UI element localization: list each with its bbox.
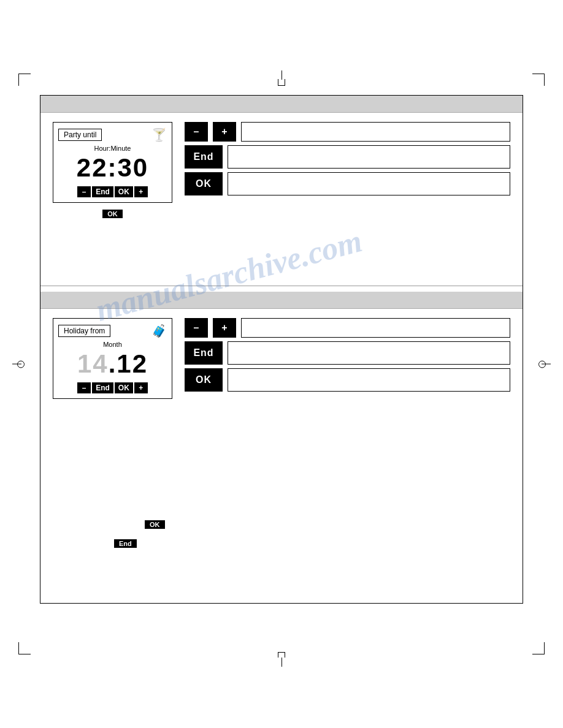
section-holiday: Holiday from 🧳 Month 14.12 – End OK + [40, 292, 523, 500]
party-control-row-3: OK [185, 172, 510, 195]
holiday-title-box: Holiday from [58, 325, 110, 337]
section1-content: Party until 🍸 Hour:Minute 22:30 – End OK… [40, 113, 523, 228]
holiday-end-button[interactable]: End [92, 382, 113, 393]
party-title-box: Party until [58, 129, 102, 141]
party-device-panel: Party until 🍸 Hour:Minute 22:30 – End OK… [53, 122, 172, 203]
party-input-3 [228, 172, 510, 195]
section2-header [40, 292, 523, 309]
holiday-input-2 [228, 341, 510, 365]
party-plus-button[interactable]: + [134, 186, 148, 197]
holiday-ok-button[interactable]: OK [115, 382, 133, 393]
holiday-control-row-2: End [185, 341, 510, 365]
party-minus-button[interactable]: – [77, 186, 91, 197]
holiday-control-row-3: OK [185, 368, 510, 392]
party-bottom-row: – End OK + [58, 186, 167, 197]
section-party: Party until 🍸 Hour:Minute 22:30 – End OK… [40, 96, 523, 286]
bottom-labels-section: OK End [40, 512, 523, 555]
holiday-plus-button[interactable]: + [134, 382, 148, 393]
party-ok-badge: OK [102, 210, 123, 218]
party-large-minus-button[interactable]: – [185, 122, 208, 142]
corner-mark-br [532, 642, 545, 654]
party-large-ok-button[interactable]: OK [185, 172, 223, 195]
party-control-row-1: – + [185, 122, 510, 142]
top-center-mark [278, 70, 285, 86]
holiday-input-3 [228, 368, 510, 392]
holiday-bottom-row: – End OK + [58, 382, 167, 393]
party-time-display: 22:30 [58, 153, 167, 183]
holiday-date-display: 14.12 [58, 349, 167, 379]
party-title-row: Party until 🍸 [58, 127, 167, 142]
party-large-end-button[interactable]: End [185, 145, 223, 169]
right-mid-mark [542, 364, 551, 365]
section2-content: Holiday from 🧳 Month 14.12 – End OK + [40, 309, 523, 408]
holiday-controls-panel: – + End OK [185, 318, 510, 399]
party-sublabel: Hour:Minute [58, 145, 167, 152]
party-input-1 [241, 122, 510, 142]
holiday-large-ok-button[interactable]: OK [185, 368, 223, 392]
party-icon: 🍸 [151, 127, 167, 142]
bottom-end-badge: End [114, 539, 137, 548]
corner-mark-tl [18, 74, 31, 86]
holiday-date-sep-month: .12 [109, 349, 148, 378]
holiday-title-text: Holiday from [64, 327, 105, 335]
party-ok-button[interactable]: OK [115, 186, 133, 197]
bottom-center-mark [278, 652, 285, 667]
party-controls-panel: – + End OK [185, 122, 510, 219]
bottom-ok-badge: OK [145, 520, 165, 529]
holiday-minus-button[interactable]: – [77, 382, 91, 393]
holiday-large-minus-button[interactable]: – [185, 318, 208, 338]
holiday-icon: 🧳 [151, 324, 167, 338]
corner-mark-bl [18, 642, 31, 654]
party-title-text: Party until [64, 131, 96, 139]
holiday-large-plus-button[interactable]: + [213, 318, 236, 338]
party-ok-below: OK [53, 208, 172, 219]
party-large-plus-button[interactable]: + [213, 122, 236, 142]
holiday-date-day: 14 [77, 349, 109, 378]
party-end-button[interactable]: End [92, 186, 113, 197]
main-container: Party until 🍸 Hour:Minute 22:30 – End OK… [40, 95, 523, 604]
section-divider [40, 286, 523, 286]
holiday-date-month: 12 [117, 349, 148, 378]
section1-header [40, 96, 523, 113]
holiday-sublabel: Month [58, 341, 167, 348]
holiday-device-panel: Holiday from 🧳 Month 14.12 – End OK + [53, 318, 172, 399]
holiday-control-row-1: – + [185, 318, 510, 338]
left-mid-mark [12, 364, 21, 365]
holiday-title-row: Holiday from 🧳 [58, 324, 167, 338]
corner-mark-tr [532, 74, 545, 86]
holiday-large-end-button[interactable]: End [185, 341, 223, 365]
holiday-input-1 [241, 318, 510, 338]
party-input-2 [228, 145, 510, 169]
party-control-row-2: End [185, 145, 510, 169]
